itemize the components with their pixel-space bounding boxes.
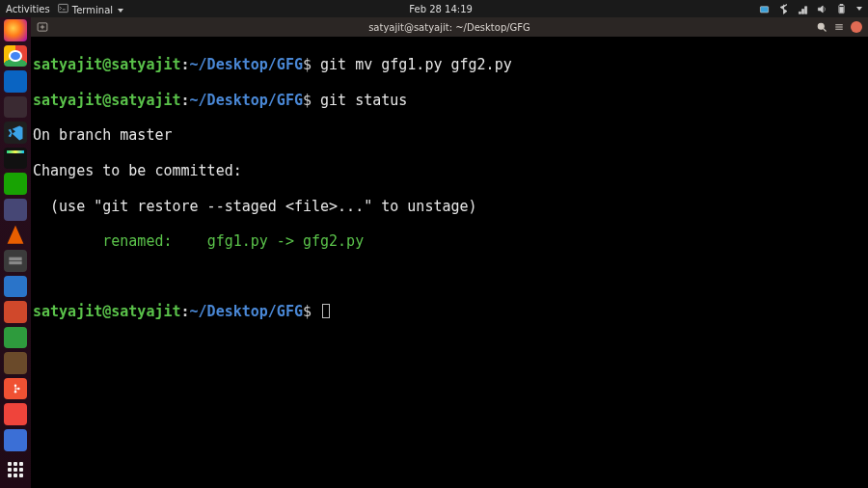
terminal-icon: [58, 2, 69, 14]
svg-point-11: [818, 23, 824, 29]
svg-rect-6: [9, 261, 21, 264]
prompt-sigil: $: [303, 303, 312, 320]
svg-rect-1: [760, 6, 768, 12]
dock-vlc[interactable]: [4, 225, 27, 247]
volume-icon: [816, 3, 827, 14]
renamed-files: gfg1.py -> gfg2.py: [207, 232, 365, 250]
dock-pycharm[interactable]: [4, 148, 27, 170]
show-applications[interactable]: [4, 459, 27, 481]
dock-anydesk[interactable]: [4, 403, 27, 425]
window-titlebar[interactable]: satyajit@satyajit: ~/Desktop/GFG: [31, 17, 868, 37]
prompt-path: ~/Desktop/GFG: [190, 303, 303, 320]
output-line: Changes to be committed:: [31, 162, 868, 179]
dock-git[interactable]: [4, 378, 27, 400]
svg-rect-5: [9, 258, 21, 260]
prompt-user: satyajit@satyajit: [33, 56, 181, 73]
prompt-sep: :: [181, 56, 190, 73]
prompt-path: ~/Desktop/GFG: [190, 92, 303, 109]
svg-rect-3: [840, 4, 843, 5]
screenshot-indicator-icon: [758, 3, 770, 14]
prompt-user: satyajit@satyajit: [33, 303, 181, 320]
clock[interactable]: Feb 28 14:19: [123, 4, 758, 14]
workspace: satyajit@satyajit: ~/Desktop/GFG satyaji…: [31, 17, 868, 488]
dock-todo[interactable]: [4, 429, 27, 451]
new-tab-button[interactable]: [37, 21, 48, 33]
terminal-cursor: [322, 304, 330, 318]
search-icon[interactable]: [816, 21, 827, 33]
app-menu[interactable]: Terminal: [58, 2, 124, 15]
dock-teams[interactable]: [4, 199, 27, 221]
dock-outlook[interactable]: [4, 70, 27, 93]
status-area[interactable]: [758, 3, 862, 14]
output-line: renamed: gfg1.py -> gfg2.py: [31, 232, 868, 250]
app-menu-label: Terminal: [72, 5, 113, 15]
window-title: satyajit@satyajit: ~/Desktop/GFG: [31, 22, 868, 33]
command-text: git status: [320, 92, 407, 109]
prompt-path: ~/Desktop/GFG: [190, 56, 303, 73]
close-button[interactable]: [851, 21, 862, 33]
svg-rect-4: [839, 7, 842, 13]
hamburger-menu-icon[interactable]: [833, 21, 845, 33]
prompt-sigil: $: [303, 92, 312, 109]
dock-terminal[interactable]: [4, 96, 27, 119]
dock-files[interactable]: [4, 250, 27, 272]
renamed-label: renamed:: [33, 232, 207, 250]
dock-app[interactable]: [4, 352, 27, 374]
dock-impress[interactable]: [4, 301, 27, 323]
terminal-body[interactable]: satyajit@satyajit:~/Desktop/GFG$ git mv …: [31, 37, 868, 488]
prompt-user: satyajit@satyajit: [33, 92, 181, 109]
prompt-sep: :: [181, 92, 190, 109]
network-icon: [797, 3, 808, 14]
prompt-sep: :: [181, 303, 190, 320]
battery-icon: [835, 3, 847, 14]
svg-rect-0: [59, 4, 68, 12]
output-line: On branch master: [31, 126, 868, 144]
dock-chrome[interactable]: [4, 45, 27, 68]
chevron-down-icon: [856, 7, 862, 11]
dock-vscode[interactable]: [4, 122, 27, 144]
launcher-dock: [0, 17, 31, 488]
bluetooth-icon: [777, 3, 789, 14]
command-text: git mv gfg1.py gfg2.py: [320, 56, 512, 73]
dock-calc[interactable]: [4, 327, 27, 349]
output-line: (use "git restore --staged <file>..." to…: [31, 198, 868, 215]
dock-firefox[interactable]: [4, 19, 27, 41]
gnome-top-bar: Activities Terminal Feb 28 14:19: [0, 0, 868, 17]
prompt-sigil: $: [303, 56, 312, 73]
dock-writer[interactable]: [4, 276, 27, 298]
dock-libre[interactable]: [4, 173, 27, 195]
activities-button[interactable]: Activities: [6, 4, 50, 14]
